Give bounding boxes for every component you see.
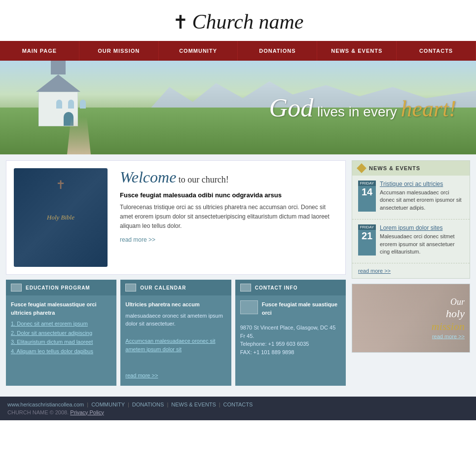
welcome-heading: Welcome to our church! — [120, 168, 338, 186]
church-illustration — [24, 62, 103, 126]
banner-text: God lives in every heart! — [269, 93, 456, 122]
welcome-bold: Fusce feugiat malesuada odibi nunc odgra… — [120, 191, 338, 199]
calendar-link[interactable]: Accumcsan malesuadaece oronec sit ametem… — [125, 337, 226, 353]
sidebar-read-more: read more >> — [352, 263, 470, 278]
footer-nav-contacts[interactable]: CONTACTS — [223, 402, 253, 407]
news-read-more[interactable]: read more >> — [358, 268, 391, 274]
mission-section: Our holy mission read more >> — [352, 284, 470, 353]
contact-header: CONTACT INFO — [235, 280, 346, 295]
news-section: NEWS & EVENTS FRIDAY 14 Tristique orci a… — [352, 160, 470, 279]
privacy-policy-link[interactable]: Privacy Policy — [70, 409, 104, 415]
footer-nav: www.hericaschristiancollea.com | COMMUNI… — [7, 402, 469, 407]
banner-god: God — [269, 94, 314, 122]
education-link-3[interactable]: 3. Elitauristum dictum mad laoreet — [11, 338, 111, 346]
bible-cross-icon: ✝ — [56, 178, 66, 192]
site-header: ✝Church name — [0, 0, 476, 41]
news-item-2: FRIDAY 21 Lorem ipsum dolor sites Malesu… — [352, 220, 470, 263]
banner-lives: lives in every — [313, 104, 401, 119]
news-item-1: FRIDAY 14 Tristique orci ac ultricies Ac… — [352, 176, 470, 220]
site-footer: www.hericaschristiancollea.com | COMMUNI… — [0, 397, 476, 420]
footer-url[interactable]: www.hericaschristiancollea.com — [7, 402, 84, 407]
welcome-text: Welcome to our church! Fusce feugiat mal… — [120, 168, 338, 267]
nav-our-mission[interactable]: OUR MISSION — [79, 41, 159, 61]
date-block-1: FRIDAY 14 — [358, 181, 376, 212]
content-area: ✝ Holy Bible Welcome to our church! Fusc… — [6, 160, 346, 391]
footer-nav-community[interactable]: COMMUNITY — [91, 402, 125, 407]
welcome-section: ✝ Holy Bible Welcome to our church! Fusc… — [6, 160, 346, 275]
nav-news-events[interactable]: NEWS & EVENTS — [317, 41, 397, 61]
news-title-2[interactable]: Lorem ipsum dolor sites — [380, 224, 464, 231]
footer-nav-donations[interactable]: DONATIONS — [132, 402, 164, 407]
banner-heart: heart! — [401, 96, 456, 121]
education-link-1[interactable]: 1. Donec sit amet erorem ipsum — [11, 320, 111, 328]
site-title: ✝Church name — [0, 10, 476, 34]
news-text-2: Lorem ipsum dolor sites Malesuadaec orci… — [380, 224, 464, 256]
mission-text: Our holy mission read more >> — [432, 297, 465, 340]
sidebar: NEWS & EVENTS FRIDAY 14 Tristique orci a… — [352, 160, 470, 391]
news-text-1: Tristique orci ac ultricies Accumsan mal… — [380, 181, 464, 212]
calendar-icon — [125, 284, 136, 292]
education-body: Fusce feugiat malesuastique orci ultrici… — [6, 295, 116, 361]
nav-donations[interactable]: DONATIONS — [238, 41, 317, 61]
education-box: EDUCATION PROGRAM Fusce feugiat malesuas… — [6, 280, 116, 386]
main-nav: MAIN PAGE OUR MISSION COMMUNITY DONATION… — [0, 41, 476, 61]
date-block-2: FRIDAY 21 — [358, 224, 376, 256]
bible-title: Holy Bible — [47, 214, 74, 221]
education-icon — [11, 284, 22, 292]
calendar-box: OUR CALENDAR Ultricies pharetra nec accu… — [120, 280, 231, 386]
news-title-1[interactable]: Tristique orci ac ultricies — [380, 181, 464, 187]
calendar-header: OUR CALENDAR — [120, 280, 231, 295]
contact-body: Fusce feugiat male suastique orci 9870 S… — [235, 295, 346, 361]
contact-address: 9870 St Vincent Place, Glasgow, DC 45 Fr… — [240, 324, 341, 356]
site-title-text: Church name — [192, 10, 304, 33]
nav-main-page[interactable]: MAIN PAGE — [0, 41, 79, 61]
cross-icon: ✝ — [173, 12, 188, 33]
welcome-read-more[interactable]: read more >> — [120, 236, 155, 243]
contact-icon — [240, 284, 251, 292]
main-content: ✝ Holy Bible Welcome to our church! Fusc… — [0, 154, 476, 397]
education-link-4[interactable]: 4. Aliquam leo tellus dolor dapibus — [11, 347, 111, 356]
mission-read-more: read more >> — [432, 333, 465, 340]
welcome-body: Tulorecenas tristique orci ac ss ultrici… — [120, 203, 338, 231]
education-header: EDUCATION PROGRAM — [6, 280, 116, 295]
calendar-body: Ultricies pharetra nec accum malesuadaec… — [120, 295, 231, 386]
calendar-read-more[interactable]: read more >> — [125, 371, 226, 380]
footer-bottom: CHURCH NAME © 2008. Privacy Policy — [7, 409, 469, 415]
mail-icon — [240, 300, 258, 314]
contact-box: CONTACT INFO Fusce feugiat male suastiqu… — [235, 280, 346, 386]
welcome-image: ✝ Holy Bible — [14, 168, 112, 267]
info-boxes: EDUCATION PROGRAM Fusce feugiat malesuas… — [6, 280, 346, 386]
mission-read-more-link[interactable]: read more >> — [432, 333, 465, 339]
hero-banner: God lives in every heart! — [0, 61, 476, 154]
diamond-icon — [357, 163, 366, 173]
education-link-2[interactable]: 2. Dolor sit ansectetuer adipiscing — [11, 329, 111, 337]
news-header: NEWS & EVENTS — [352, 161, 470, 176]
footer-nav-news[interactable]: NEWS & EVENTS — [171, 402, 216, 407]
nav-community[interactable]: COMMUNITY — [159, 41, 238, 61]
nav-contacts[interactable]: CONTACTS — [397, 41, 476, 61]
